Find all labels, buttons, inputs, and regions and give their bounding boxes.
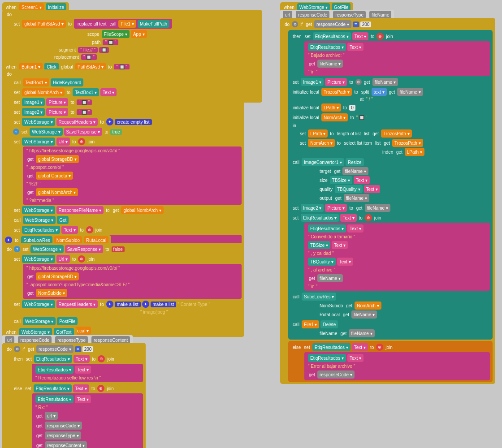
get-fn-pill[interactable]: fileName ▾ (317, 60, 343, 68)
get-method-pill[interactable]: Get (57, 216, 69, 224)
get-storageBD2-pill[interactable]: global StorageBD ▾ (36, 272, 79, 280)
etiq2-gf-pill[interactable]: EtiqResultados ▾ (301, 214, 339, 222)
picture-pill-2[interactable]: Picture ▾ (46, 108, 68, 116)
text2-gf-pill[interactable]: Text ▾ (340, 214, 356, 222)
picture-pill-1[interactable]: Picture ▾ (46, 98, 68, 106)
get-fn3-pill[interactable]: fileName ▾ (397, 88, 423, 96)
get-rc2-pill[interactable]: responseCode ▾ (45, 422, 82, 430)
textbox1-v-pill[interactable]: TextBox1 ▾ (73, 88, 99, 96)
textbox1-pill[interactable]: TextBox1 ▾ (23, 78, 49, 86)
tbQuality-pill[interactable]: TBQuality ▾ (335, 185, 363, 193)
ws-post-pill[interactable]: WebStorage ▾ (23, 317, 56, 325)
text-join-gt-pill[interactable]: Text ▾ (75, 366, 91, 374)
get-nomArch-join-pill[interactable]: global NombArch ▾ (36, 188, 78, 196)
text-tbsize-pill[interactable]: Text ▾ (354, 176, 370, 184)
img2-gf-pill[interactable]: Image2 ▾ (301, 204, 324, 212)
get-trozosPath-pill[interactable]: TrozosPath ▾ (381, 129, 412, 138)
etiq-else-gf-pill[interactable]: EtiqResultados ▾ (312, 343, 351, 351)
get-url-pill[interactable]: url ▾ (45, 412, 58, 420)
etiq2-join-pill[interactable]: EtiqResultados ▾ (308, 224, 346, 233)
image2-pill[interactable]: Image2 ▾ (22, 108, 45, 116)
get-fn5-pill[interactable]: fileName ▾ (344, 194, 369, 202)
ws-url2-pill[interactable]: WebStorage ▾ (22, 255, 55, 263)
image1-pill[interactable]: Image1 ▾ (22, 98, 45, 106)
get-fn6-pill[interactable]: fileName ▾ (365, 204, 390, 212)
get-nomArch2-pill[interactable]: NomArch ▾ (355, 302, 381, 310)
rh2-pill[interactable]: RequestHeaders ▾ (56, 300, 98, 308)
etiq-else-gt-pill[interactable]: EtiqResultados ▾ (34, 384, 72, 392)
ws-sr2-pill[interactable]: WebStorage ▾ (30, 245, 63, 253)
get-fn8-pill[interactable]: fileName ▾ (351, 310, 377, 319)
lpath-set-pill[interactable]: LPath ▾ (308, 129, 328, 138)
text-etiq-pill-1[interactable]: Text ▾ (61, 226, 78, 234)
get-fn4-pill[interactable]: fileName ▾ (342, 167, 368, 175)
nomArch-set-pill[interactable]: NomArch ▾ (308, 139, 334, 147)
imgConv-pill[interactable]: ImageConvertor1 ▾ (302, 158, 344, 166)
get-nomSubido-pill[interactable]: NomSubido ▾ (36, 289, 67, 297)
text-tbquality2-pill[interactable]: Text ▾ (337, 258, 353, 266)
reqHeaders-pill[interactable]: RequestHeaders ▾ (56, 118, 98, 126)
pic2-gf-pill[interactable]: Picture ▾ (325, 204, 347, 212)
get-rconent-pill[interactable]: responseContent ▾ (45, 441, 87, 448)
etiq-pill-1[interactable]: EtiqResultados ▾ (22, 226, 60, 234)
get-carpeta-pill[interactable]: global Carpeta ▾ (36, 172, 73, 180)
global-pathsdAsd-pill[interactable]: global PathSdAsd ▾ (22, 20, 65, 28)
etiq-else-join-pill[interactable]: EtiqResultados ▾ (308, 354, 346, 362)
split-text-pill[interactable]: text ▾ (372, 88, 387, 96)
gf-text-pill[interactable]: Text ▾ (352, 32, 368, 40)
text-gt-pill[interactable]: Text ▾ (74, 355, 90, 363)
trozosPath-pill[interactable]: TrozosPath ▾ (321, 88, 352, 96)
webstorage-rh-pill[interactable]: WebStorage ▾ (22, 118, 55, 126)
gf-etiq-pill[interactable]: EtiqResultados ▾ (313, 32, 351, 40)
nomArch-local-pill[interactable]: NomArch ▾ (321, 113, 348, 121)
text-res-pill[interactable]: Text ▾ (347, 43, 364, 51)
url-pill-1[interactable]: Url ▾ (56, 138, 70, 146)
fileScope-pill[interactable]: FileScope ▾ (102, 30, 130, 38)
get-storageBD-pill[interactable]: global StorageBD ▾ (36, 155, 79, 163)
text-else-gf-pill[interactable]: Text ▾ (352, 343, 368, 351)
text-tbsize2-pill[interactable]: Text ▾ (332, 241, 348, 249)
webstorage-sr-pill[interactable]: WebStorage ▾ (30, 128, 62, 136)
app-pill[interactable]: App ▾ (131, 30, 147, 38)
webstorage-rfn-pill[interactable]: WebStorage ▾ (22, 206, 55, 214)
lpath-pill[interactable]: LPath ▾ (321, 103, 341, 112)
get-nomArch-rfn-pill[interactable]: global NombArch ▾ (121, 206, 163, 214)
get-rt-pill[interactable]: responseType ▾ (45, 431, 81, 439)
tbSize-pill[interactable]: TBSize ▾ (330, 176, 352, 184)
responseFileName-pill[interactable]: ResponseFileName ▾ (56, 206, 104, 214)
saveResponse-pill[interactable]: SaveResponse ▾ (64, 128, 103, 136)
get-rc-else-pill[interactable]: responseCode ▾ (317, 370, 355, 379)
global-nomArch-pill[interactable]: global NombArch ▾ (22, 88, 64, 96)
text-tbquality-pill[interactable]: Text ▾ (364, 185, 380, 193)
ws-rh2-pill[interactable]: WebStorage ▾ (22, 300, 55, 308)
webstorage-url-pill[interactable]: WebStorage ▾ (22, 138, 55, 146)
get-fn9-pill[interactable]: fileName ▾ (349, 329, 374, 337)
text-join2-pill[interactable]: Text ▾ (75, 395, 91, 403)
gf-get-rc-pill[interactable]: responseCode ▾ (314, 20, 351, 28)
sr2-pill[interactable]: SaveResponse ▾ (65, 245, 104, 253)
webstorage-call-pill[interactable]: WebStorage ▾ (23, 216, 56, 224)
etiq-res-pill[interactable]: EtiqResultados ▾ (308, 43, 346, 51)
text-pill-1[interactable]: Text ▾ (100, 88, 117, 96)
subeLowRes2-pill[interactable]: SubeLowRes ▾ (302, 293, 336, 301)
text2-join-pill[interactable]: Text ▾ (347, 224, 364, 233)
pic-gf-pill[interactable]: Picture ▾ (325, 78, 347, 86)
url2-pill[interactable]: Url ▾ (56, 255, 70, 263)
get-fn2-pill[interactable]: fileName ▾ (372, 78, 398, 86)
get-rc-pill[interactable]: responseCode ▾ (36, 345, 74, 353)
img1-gf-pill[interactable]: Image1 ▾ (301, 78, 324, 86)
file1-pill[interactable]: File1 ▾ (118, 20, 136, 28)
tbSize2-pill[interactable]: TBSize ▾ (308, 241, 330, 249)
postFile-pill[interactable]: PostFile (57, 317, 78, 325)
hideKeyboard-pill[interactable]: HideKeyboard (51, 78, 83, 86)
etiq-join2-pill[interactable]: EtiqResultados ▾ (35, 395, 74, 403)
resize-pill[interactable]: Resize (346, 158, 364, 166)
file1-del-pill[interactable]: File1 ▾ (302, 320, 319, 328)
get-fn7-pill[interactable]: fileName ▾ (317, 274, 343, 282)
text-else-join-pill[interactable]: Text ▾ (347, 354, 364, 362)
text-else-gt-pill[interactable]: Text ▾ (73, 384, 89, 392)
get-lpath2-pill[interactable]: LPath ▾ (405, 148, 424, 156)
etiq-gt-pill[interactable]: EtiqResultados ▾ (34, 355, 72, 363)
tbQuality2-pill[interactable]: TBQuality ▾ (308, 258, 336, 266)
makeFullPath-pill[interactable]: MakeFullPath (138, 20, 169, 28)
